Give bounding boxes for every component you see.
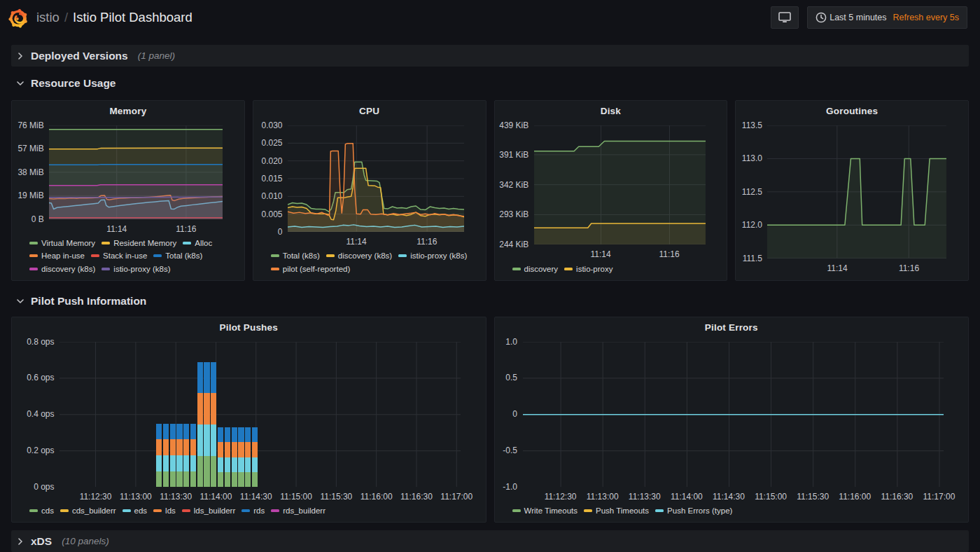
y-axis-label: 38 MiB (18, 167, 43, 177)
legend-series-label: rds (253, 506, 265, 515)
x-axis-label: 11:16 (416, 237, 437, 247)
legend-item-heap-in-use[interactable]: Heap in-use (29, 251, 85, 260)
legend-item-discovery-k8s-[interactable]: discovery (k8s) (29, 265, 95, 273)
legend-series-swatch (91, 254, 99, 257)
legend-item-discovery-k8s-[interactable]: discovery (k8s) (326, 251, 392, 260)
legend-item-cds-builderr[interactable]: cds_builderr (60, 506, 116, 515)
x-axis-label: 11:15:00 (280, 492, 312, 502)
y-axis-label: 111.5 (743, 254, 762, 263)
y-axis-label: 0 (512, 409, 517, 419)
row-title: Resource Usage (31, 77, 115, 90)
brand: istio / Istio Pilot Dashboard (7, 6, 192, 29)
y-axis-label: 342 KiB (499, 180, 528, 190)
legend-series-swatch (29, 268, 38, 270)
pilot-push-panels: Pilot Pushes0 ops0.2 ops0.4 ops0.6 ops0.… (11, 317, 969, 523)
y-axis-label: 112.5 (742, 187, 762, 197)
x-axis-label: 11:16:30 (881, 492, 913, 502)
legend-item-total-k8s-[interactable]: Total (k8s) (271, 251, 320, 260)
legend-row: Total (k8s)discovery (k8s)istio-proxy (k… (271, 249, 483, 263)
legend-item-istio-proxy-k8s-[interactable]: istio-proxy (k8s) (102, 265, 170, 273)
legend-row: pilot (self-reported) (271, 263, 483, 276)
legend-series-swatch (271, 268, 279, 270)
panel-title-memory[interactable]: Memory (12, 101, 244, 120)
time-picker-button[interactable]: Last 5 minutes Refresh every 5s (807, 6, 967, 29)
legend-memory: Virtual MemoryResident MemoryAllocHeap i… (29, 237, 241, 276)
legend-item-push-errors-type-[interactable]: Push Errors (type) (655, 506, 732, 515)
legend-series-swatch (512, 268, 521, 270)
legend-item-cds[interactable]: cds (29, 506, 54, 515)
legend-series-swatch (102, 268, 110, 270)
legend-item-lds-builderr[interactable]: lds_builderr (182, 506, 235, 515)
legend-item-resident-memory[interactable]: Resident Memory (102, 239, 176, 247)
legend-series-label: cds_builderr (72, 506, 116, 515)
y-axis-label: 439 KiB (499, 120, 528, 130)
legend-item-lds[interactable]: lds (153, 506, 176, 515)
legend-series-label: discovery (k8s) (338, 251, 392, 260)
x-axis-label: 11:16:00 (360, 492, 393, 502)
x-axis-label: 11:17:00 (440, 492, 472, 502)
x-axis-label: 11:14:30 (713, 492, 745, 502)
chart-plot-pilot-pushes[interactable] (59, 342, 461, 488)
x-axis-label: 11:12:30 (545, 492, 577, 502)
legend-series-label: eds (134, 506, 148, 515)
row-xds[interactable]: xDS (10 panels) (11, 530, 969, 552)
grafana-logo[interactable] (7, 6, 29, 29)
legend-row: Virtual MemoryResident MemoryAlloc (29, 237, 241, 250)
legend-row: discoveryistio-proxy (512, 263, 724, 276)
breadcrumb-dashboard-title[interactable]: Istio Pilot Dashboard (73, 10, 192, 25)
legend-item-stack-in-use[interactable]: Stack in-use (91, 251, 147, 260)
panel-disk: Disk244 KiB293 KiB342 KiB391 KiB439 KiB1… (494, 100, 728, 281)
legend-item-eds[interactable]: eds (122, 506, 148, 515)
legend-item-write-timeouts[interactable]: Write Timeouts (512, 506, 578, 515)
panel-title-cpu[interactable]: CPU (253, 101, 486, 120)
legend-series-swatch (655, 509, 664, 512)
legend-series-label: istio-proxy (k8s) (113, 265, 170, 273)
x-axis-label: 11:16 (176, 224, 196, 234)
chart-plot-pilot-errors[interactable] (523, 342, 944, 488)
legend-series-label: Total (k8s) (165, 251, 202, 260)
y-axis-label: 0.2 ops (27, 446, 54, 455)
panel-title-pilot-pushes[interactable]: Pilot Pushes (12, 317, 486, 337)
legend-series-label: Virtual Memory (41, 239, 95, 247)
panel-title-disk[interactable]: Disk (495, 101, 727, 120)
row-pilot-push-information[interactable]: Pilot Push Information (11, 290, 969, 312)
x-axis-label: 11:14 (590, 249, 610, 259)
breadcrumb-folder[interactable]: istio (36, 10, 59, 25)
legend-item-rds-builderr[interactable]: rds_builderr (271, 506, 326, 515)
x-axis-label: 11:12:30 (80, 492, 112, 502)
legend-item-virtual-memory[interactable]: Virtual Memory (29, 239, 95, 247)
legend-item-push-timeouts[interactable]: Push Timeouts (584, 506, 649, 515)
x-axis-label: 11:16:30 (400, 492, 433, 502)
chart-plot-cpu[interactable] (288, 125, 464, 232)
row-title: xDS (31, 535, 52, 548)
legend-item-total-k8s-[interactable]: Total (k8s) (153, 251, 202, 260)
legend-series-label: lds_builderr (194, 506, 235, 515)
y-axis-label: -1.0 (503, 482, 517, 492)
y-axis-label: 0.010 (261, 191, 282, 201)
legend-item-discovery[interactable]: discovery (512, 265, 559, 273)
legend-series-swatch (102, 242, 110, 244)
chart-plot-goroutines[interactable] (767, 125, 946, 258)
legend-item-pilot-self-reported-[interactable]: pilot (self-reported) (271, 265, 351, 273)
row-deployed-versions[interactable]: Deployed Versions (1 panel) (11, 45, 969, 67)
legend-series-label: Push Timeouts (596, 506, 649, 515)
page: istio / Istio Pilot Dashboard Last 5 min… (0, 0, 980, 552)
panel-title-goroutines[interactable]: Goroutines (736, 101, 968, 120)
y-axis-label: 0.5 (505, 373, 517, 382)
y-axis-label: 0 ops (34, 482, 54, 492)
cycle-view-button[interactable] (771, 6, 799, 29)
legend-item-istio-proxy[interactable]: istio-proxy (564, 265, 612, 273)
legend-item-istio-proxy-k8s-[interactable]: istio-proxy (k8s) (398, 251, 467, 260)
chart-plot-disk[interactable] (534, 125, 706, 244)
legend-series-swatch (60, 509, 69, 512)
x-axis-label: 11:15:30 (797, 492, 829, 502)
legend-series-swatch (29, 242, 38, 244)
legend-item-alloc[interactable]: Alloc (183, 239, 212, 247)
x-axis-label: 11:16:00 (839, 492, 871, 502)
row-resource-usage[interactable]: Resource Usage (11, 72, 969, 94)
chart-plot-memory[interactable] (49, 125, 223, 219)
panel-title-pilot-errors[interactable]: Pilot Errors (495, 317, 969, 337)
legend-item-rds[interactable]: rds (241, 506, 265, 515)
clock-icon (816, 12, 827, 23)
legend-pilot-pushes: cdscds_builderredsldslds_builderrrdsrds_… (29, 504, 483, 518)
